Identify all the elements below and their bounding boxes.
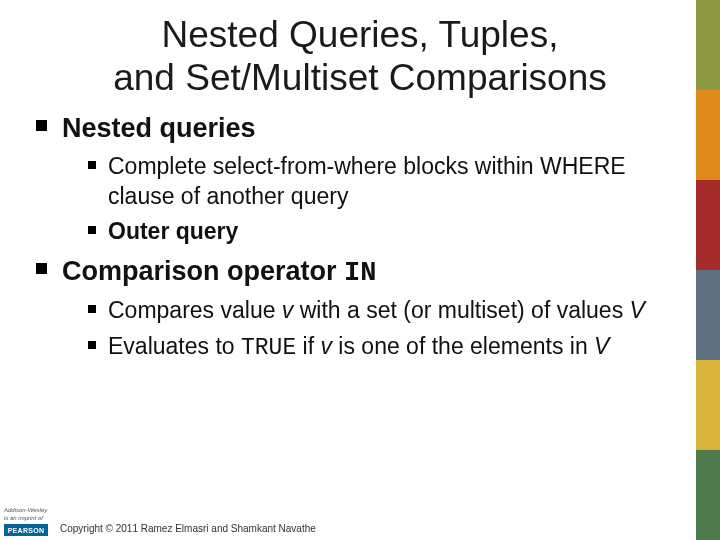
subbullet-outer-query: Outer query bbox=[88, 217, 690, 246]
publisher-brand: Addison-Wesley is an imprint of PEARSON bbox=[4, 507, 54, 536]
slide: Nested Queries, Tuples, and Set/Multiset… bbox=[0, 0, 720, 540]
bullet-nested-queries: Nested queries Complete select-from-wher… bbox=[36, 113, 690, 246]
subbullet-text: Compares value v with a set (or multiset… bbox=[108, 297, 645, 323]
slide-footer: Addison-Wesley is an imprint of PEARSON … bbox=[0, 500, 720, 540]
square-bullet-icon bbox=[88, 341, 96, 349]
subbullet-text: Complete select-from-where blocks within… bbox=[108, 153, 626, 208]
brand-line-1: Addison-Wesley bbox=[4, 507, 54, 514]
square-bullet-icon bbox=[36, 120, 47, 131]
var-v: v bbox=[320, 333, 332, 359]
bullet-comparison-in: Comparison operator IN Compares value v … bbox=[36, 256, 690, 363]
pearson-logo: PEARSON bbox=[4, 524, 48, 536]
var-big-v: V bbox=[630, 297, 645, 323]
bullet-label: Comparison operator IN bbox=[62, 256, 376, 286]
subbullet-evaluates-true: Evaluates to TRUE if v is one of the ele… bbox=[88, 332, 690, 363]
decorative-stripe bbox=[696, 0, 720, 540]
copyright-text: Copyright © 2011 Ramez Elmasri and Shamk… bbox=[60, 523, 316, 534]
square-bullet-icon bbox=[36, 263, 47, 274]
square-bullet-icon bbox=[88, 305, 96, 313]
subbullet-text: Outer query bbox=[108, 218, 238, 244]
var-big-v: V bbox=[594, 333, 609, 359]
slide-title: Nested Queries, Tuples, and Set/Multiset… bbox=[0, 14, 720, 113]
var-v: v bbox=[282, 297, 294, 323]
subbullet-text: Evaluates to TRUE if v is one of the ele… bbox=[108, 333, 609, 359]
title-line-2: and Set/Multiset Comparisons bbox=[113, 57, 607, 98]
square-bullet-icon bbox=[88, 226, 96, 234]
code-in: IN bbox=[344, 258, 376, 288]
brand-line-2: is an imprint of bbox=[4, 515, 54, 522]
title-line-1: Nested Queries, Tuples, bbox=[162, 14, 559, 55]
slide-content: Nested queries Complete select-from-wher… bbox=[0, 113, 720, 363]
bullet-label: Nested queries bbox=[62, 113, 256, 143]
square-bullet-icon bbox=[88, 161, 96, 169]
subbullet-compares-v: Compares value v with a set (or multiset… bbox=[88, 296, 690, 325]
code-true: TRUE bbox=[241, 335, 296, 361]
subbullet-complete-sfw: Complete select-from-where blocks within… bbox=[88, 152, 690, 211]
